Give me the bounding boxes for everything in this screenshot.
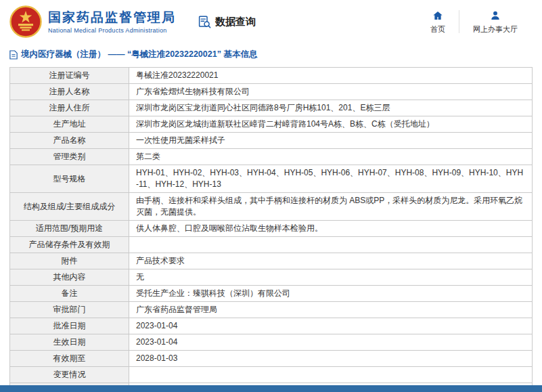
document-search-icon: [198, 15, 212, 29]
table-row: 变更情况: [10, 367, 533, 383]
row-value: 第二类: [129, 149, 533, 165]
row-label: 有效期至: [10, 351, 129, 367]
table-row: 注册证编号粤械注准20232220021: [10, 68, 533, 84]
row-value: 2023-01-04: [129, 334, 533, 351]
table-row: 结构及组成/主要组成成分由手柄、连接杆和采样头组成，其中手柄和连接杆的材质为 A…: [10, 193, 533, 221]
row-value: 无: [129, 269, 533, 286]
page-title: 境内医疗器械（注册） —— “粤械注准20232220021” 基本信息: [21, 49, 257, 60]
nav-service-hall[interactable]: 网上办事大厅: [459, 9, 531, 35]
table-row: 管理类别第二类: [10, 149, 533, 165]
table-row: 批准日期2023-01-04: [10, 318, 533, 334]
data-query-label: 数据查询: [215, 16, 256, 28]
row-value: 2023-01-04: [129, 318, 533, 334]
row-value: HYH-01、HYH-02、HYH-03、HYH-04、HYH-05、HYH-0…: [129, 165, 533, 193]
breadcrumb: 境内医疗器械（注册） —— “粤械注准20232220021” 基本信息: [0, 43, 542, 64]
table-row: 其他内容无: [10, 269, 533, 286]
row-value: 广东省烩熠烒生物科技有限公司: [129, 84, 533, 100]
row-label: 批准日期: [10, 318, 129, 334]
row-value: 供人体鼻腔、口腔及咽喉部位沾取生物样本检验用。: [129, 221, 533, 237]
detail-table-body: 注册证编号粤械注准20232220021注册人名称广东省烩熠烒生物科技有限公司注…: [10, 68, 533, 392]
national-emblem-icon: [9, 5, 42, 38]
nav-home[interactable]: 首页: [417, 9, 459, 35]
table-row: 生产地址深圳市龙岗区龙城街道新联社区嶂背二村嶂背路104号A栋、B栋、C栋（受托…: [10, 116, 533, 133]
table-row: 附件产品技术要求: [10, 253, 533, 269]
page: 国家药品监督管理局 National Medical Products Admi…: [0, 0, 542, 392]
table-row: 备注受托生产企业：臻骐科技（深圳）有限公司: [10, 286, 533, 302]
data-query-nav[interactable]: 数据查询: [198, 15, 256, 29]
row-value: 产品技术要求: [129, 253, 533, 269]
row-label: 适用范围/预期用途: [10, 221, 129, 237]
table-row: 产品名称一次性使用无菌采样拭子: [10, 133, 533, 149]
row-label: 产品储存条件及有效期: [10, 237, 129, 253]
document-icon: [9, 50, 18, 60]
row-value: 2028-01-03: [129, 351, 533, 367]
table-row: 注册人住所深圳市龙岗区宝龙街道同心社区同德路8号厂房H栋101、201、E栋三层: [10, 100, 533, 116]
row-value: [129, 237, 533, 253]
row-label: 管理类别: [10, 149, 129, 165]
org-name-cn: 国家药品监督管理局: [48, 9, 176, 26]
table-row: 产品储存条件及有效期: [10, 237, 533, 253]
row-value: 粤械注准20232220021: [129, 68, 533, 84]
header-nav: 首页 网上办事大厅: [417, 9, 531, 35]
row-value: 由手柄、连接杆和采样头组成，其中手柄和连接杆的材质为 ABS或PP，采样头的材质…: [129, 193, 533, 221]
row-label: 备注: [10, 286, 129, 302]
registration-detail-table: 注册证编号粤械注准20232220021注册人名称广东省烩熠烒生物科技有限公司注…: [9, 67, 533, 392]
nav-service-hall-label: 网上办事大厅: [473, 24, 518, 35]
user-icon: [490, 9, 501, 22]
row-label: 变更情况: [10, 367, 129, 383]
row-label: 注册人名称: [10, 84, 129, 100]
row-value: 广东省药品监督管理局: [129, 302, 533, 318]
table-row: 有效期至2028-01-03: [10, 351, 533, 367]
nmpa-emblem-logo: [9, 5, 42, 38]
row-label: 型号规格: [10, 165, 129, 193]
row-label: 附件: [10, 253, 129, 269]
nav-home-label: 首页: [430, 24, 445, 35]
row-label: 产品名称: [10, 133, 129, 149]
footer-bar: [0, 385, 542, 392]
table-row: 生效日期2023-01-04: [10, 334, 533, 351]
row-label: 生产地址: [10, 116, 129, 133]
table-row: 型号规格HYH-01、HYH-02、HYH-03、HYH-04、HYH-05、H…: [10, 165, 533, 193]
table-row: 注册人名称广东省烩熠烒生物科技有限公司: [10, 84, 533, 100]
org-name-en: National Medical Products Administration: [48, 27, 176, 34]
row-value: 深圳市龙岗区龙城街道新联社区嶂背二村嶂背路104号A栋、B栋、C栋（受托地址）: [129, 116, 533, 133]
row-value: [129, 367, 533, 383]
table-row: 适用范围/预期用途供人体鼻腔、口腔及咽喉部位沾取生物样本检验用。: [10, 221, 533, 237]
site-header: 国家药品监督管理局 National Medical Products Admi…: [0, 0, 542, 43]
row-value: 受托生产企业：臻骐科技（深圳）有限公司: [129, 286, 533, 302]
row-label: 生效日期: [10, 334, 129, 351]
home-icon: [432, 9, 443, 22]
row-label: 审批部门: [10, 302, 129, 318]
row-label: 结构及组成/主要组成成分: [10, 193, 129, 221]
row-value: 一次性使用无菌采样拭子: [129, 133, 533, 149]
row-value: 深圳市龙岗区宝龙街道同心社区同德路8号厂房H栋101、201、E栋三层: [129, 100, 533, 116]
row-label: 其他内容: [10, 269, 129, 286]
row-label: 注册人住所: [10, 100, 129, 116]
row-label: 注册证编号: [10, 68, 129, 84]
org-title-block: 国家药品监督管理局 National Medical Products Admi…: [48, 9, 176, 34]
table-row: 审批部门广东省药品监督管理局: [10, 302, 533, 318]
